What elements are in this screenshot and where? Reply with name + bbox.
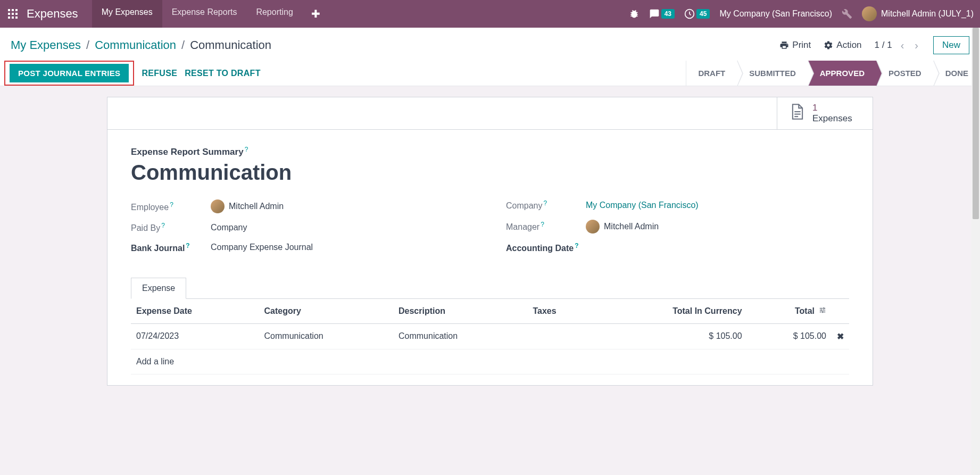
print-label: Print [792, 40, 811, 51]
stat-expenses-button[interactable]: 1 Expenses [777, 97, 873, 129]
help-icon[interactable]: ? [541, 221, 544, 228]
control-bar: My Expenses / Communication / Communicat… [0, 28, 980, 61]
cell-total-currency: $ 105.00 [593, 323, 748, 349]
company-value[interactable]: My Company (San Francisco) [586, 201, 699, 210]
help-icon[interactable]: ? [170, 201, 173, 209]
scrollbar[interactable] [971, 28, 980, 475]
add-line-button[interactable]: Add a line [131, 349, 849, 374]
document-icon [790, 103, 805, 124]
table-header-row: Expense Date Category Description Taxes … [131, 299, 849, 324]
breadcrumb-sep: / [86, 38, 89, 52]
svg-rect-7 [12, 16, 14, 19]
row-delete-icon[interactable]: ✖ [832, 323, 849, 349]
svg-rect-0 [8, 9, 10, 11]
th-taxes[interactable]: Taxes [527, 299, 593, 324]
manager-label: Manager? [506, 221, 586, 232]
cell-description: Communication [393, 323, 527, 349]
apps-icon[interactable] [6, 7, 19, 20]
summary-label-row: Expense Report Summary? [131, 146, 849, 157]
pager-prev-icon[interactable]: ‹ [899, 39, 907, 52]
activities-icon[interactable]: 45 [684, 9, 710, 19]
avatar-icon [211, 199, 225, 213]
action-button[interactable]: Action [824, 40, 861, 51]
reset-draft-button[interactable]: RESET TO DRAFT [185, 69, 261, 78]
th-total[interactable]: Total [748, 299, 832, 324]
messages-icon[interactable]: 43 [649, 9, 675, 19]
manager-value[interactable]: Mitchell Admin [586, 220, 659, 234]
breadcrumb-link-1[interactable]: Communication [95, 38, 176, 52]
action-bar: POST JOURNAL ENTRIES REFUSE RESET TO DRA… [0, 61, 980, 86]
content-wrapper: 1 Expenses Expense Report Summary? Commu… [0, 86, 980, 475]
top-navbar: Expenses My Expenses Expense Reports Rep… [0, 0, 980, 28]
tab-expense[interactable]: Expense [131, 278, 186, 299]
post-journal-button[interactable]: POST JOURNAL ENTRIES [10, 64, 129, 82]
pager-text[interactable]: 1 / 1 [875, 40, 892, 51]
nav-item-my-expenses[interactable]: My Expenses [92, 0, 162, 28]
accdate-label: Accounting Date? [506, 242, 586, 253]
th-total-currency[interactable]: Total In Currency [593, 299, 748, 324]
table-row[interactable]: 07/24/2023 Communication Communication $… [131, 323, 849, 349]
refuse-button[interactable]: REFUSE [142, 69, 177, 78]
highlight-box: POST JOURNAL ENTRIES [4, 61, 134, 86]
svg-rect-2 [15, 9, 18, 11]
gear-icon [824, 40, 833, 50]
help-icon[interactable]: ? [245, 146, 248, 153]
nav-menu: My Expenses Expense Reports Reporting ✚ [92, 0, 329, 28]
control-actions: Print Action 1 / 1 ‹ › New [779, 36, 969, 54]
help-icon[interactable]: ? [186, 242, 189, 249]
sheet-body: Expense Report Summary? Communication Em… [107, 130, 873, 385]
activities-badge: 45 [696, 9, 710, 19]
th-date[interactable]: Expense Date [131, 299, 259, 324]
tools-icon[interactable] [842, 9, 852, 19]
nav-add-icon[interactable]: ✚ [303, 0, 329, 28]
user-menu[interactable]: Mitchell Admin (JULY_1) [862, 6, 974, 21]
th-actions [832, 299, 849, 324]
stat-value: 1 [812, 103, 852, 113]
avatar-icon [586, 220, 600, 234]
th-description[interactable]: Description [393, 299, 527, 324]
tabs: Expense [131, 278, 849, 299]
svg-rect-3 [8, 13, 10, 15]
print-button[interactable]: Print [779, 40, 811, 51]
journal-value[interactable]: Company Expense Journal [211, 243, 313, 252]
employee-label: Employee? [131, 201, 211, 212]
status-submitted[interactable]: SUBMITTED [737, 61, 808, 86]
adjust-icon[interactable] [819, 306, 826, 315]
cell-total: $ 105.00 [748, 323, 832, 349]
paidby-value[interactable]: Company [211, 223, 247, 232]
app-brand[interactable]: Expenses [27, 7, 78, 21]
help-icon[interactable]: ? [575, 242, 578, 249]
add-line-row: Add a line [131, 349, 849, 374]
cell-category: Communication [259, 323, 393, 349]
svg-rect-6 [8, 16, 10, 19]
scrollbar-thumb[interactable] [973, 28, 979, 219]
status-draft[interactable]: DRAFT [686, 61, 737, 86]
new-button[interactable]: New [933, 36, 969, 54]
status-approved[interactable]: APPROVED [808, 61, 876, 86]
breadcrumb: My Expenses / Communication / Communicat… [11, 38, 271, 52]
row-employee: Employee? Mitchell Admin [131, 199, 474, 213]
breadcrumb-link-0[interactable]: My Expenses [11, 38, 81, 52]
nav-item-expense-reports[interactable]: Expense Reports [162, 0, 247, 28]
messages-badge: 43 [661, 9, 675, 19]
paidby-label: Paid By? [131, 222, 211, 233]
svg-rect-4 [12, 13, 14, 15]
nav-item-reporting[interactable]: Reporting [246, 0, 302, 28]
form-columns: Employee? Mitchell Admin Paid By? Compan… [131, 199, 849, 262]
record-title[interactable]: Communication [131, 161, 849, 185]
help-icon[interactable]: ? [543, 199, 547, 207]
help-icon[interactable]: ? [161, 222, 165, 229]
action-label: Action [836, 40, 861, 51]
status-posted[interactable]: POSTED [876, 61, 933, 86]
pager-next-icon[interactable]: › [912, 39, 920, 52]
debug-icon[interactable] [629, 9, 640, 19]
status-bar: DRAFT SUBMITTED APPROVED POSTED DONE [686, 61, 980, 86]
svg-rect-1 [12, 9, 14, 11]
employee-value[interactable]: Mitchell Admin [211, 199, 284, 213]
th-category[interactable]: Category [259, 299, 393, 324]
navbar-left: Expenses My Expenses Expense Reports Rep… [6, 0, 329, 28]
row-accdate: Accounting Date? [506, 242, 849, 253]
form-col-right: Company? My Company (San Francisco) Mana… [506, 199, 849, 262]
company-selector[interactable]: My Company (San Francisco) [719, 9, 832, 19]
row-paidby: Paid By? Company [131, 222, 474, 233]
